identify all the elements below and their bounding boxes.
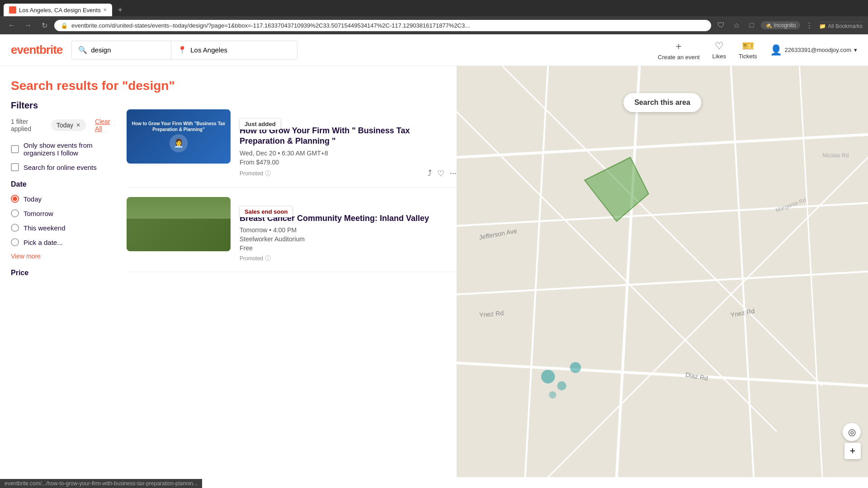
user-menu[interactable]: 👤 22633391@moodjoy.com ▾	[770, 44, 857, 56]
results-title-prefix: Search results for	[11, 79, 122, 93]
menu-icon[interactable]: ⋮	[803, 19, 816, 32]
tickets-label: Tickets	[739, 53, 757, 60]
date-this-weekend[interactable]: This weekend	[11, 224, 116, 232]
forward-button[interactable]: →	[22, 19, 34, 32]
location-crosshair-icon: ◎	[848, 427, 856, 437]
tab-bar: Los Angeles, CA design Events × +	[0, 0, 868, 16]
online-events-label: Search for online events	[24, 164, 97, 171]
events-list: How to Grow Your Firm With "Business Tax…	[127, 100, 457, 283]
event-1-price: From $479.00	[240, 159, 457, 166]
browser-chrome: Los Angeles, CA design Events × + ← → ↻ …	[0, 0, 868, 34]
today-label: Today	[24, 195, 42, 203]
svg-point-15	[570, 362, 581, 373]
header-actions: ＋ Create an event ♡ Likes 🎫 Tickets 👤 22…	[658, 39, 857, 61]
status-bar: eventbrite.com/.../how-to-grow-your-firm…	[0, 479, 202, 488]
user-icon: 👤	[770, 44, 782, 56]
share-button-1[interactable]: ⤴	[428, 169, 432, 178]
close-tab-button[interactable]: ×	[104, 7, 107, 13]
tomorrow-radio[interactable]	[11, 209, 19, 217]
create-event-label: Create an event	[658, 54, 700, 61]
active-tab[interactable]: Los Angeles, CA design Events ×	[4, 4, 112, 16]
dropdown-icon: ▾	[854, 47, 857, 53]
like-button-1[interactable]: ♡	[437, 169, 444, 178]
this-weekend-radio[interactable]	[11, 224, 19, 232]
refresh-button[interactable]: ↻	[38, 19, 51, 32]
event-1-promoted: Promoted ⓘ	[240, 169, 271, 178]
svg-point-16	[549, 391, 556, 399]
today-radio[interactable]	[11, 195, 19, 203]
location-input-container: 📍	[171, 41, 297, 59]
new-tab-button[interactable]: +	[114, 4, 127, 16]
search-input[interactable]	[91, 46, 165, 54]
active-filter-tag[interactable]: Today ✕	[51, 119, 86, 131]
tickets-button[interactable]: 🎫 Tickets	[739, 40, 757, 60]
info-icon: ⓘ	[265, 169, 271, 178]
location-icon: 📍	[178, 46, 187, 54]
zoom-in-button[interactable]: +	[844, 443, 861, 459]
event-2-promoted: Promoted ⓘ	[240, 254, 271, 263]
promoted-label: Promoted	[240, 170, 263, 177]
tab-title: Los Angeles, CA design Events	[19, 7, 101, 14]
main-content: Search results for "design" Filters 1 fi…	[0, 66, 868, 477]
map-container: Jefferson Ave Ynez Rd Ynez Rd Diaz Rd Ma…	[457, 66, 868, 477]
svg-text:Nicolas Rd: Nicolas Rd	[822, 152, 849, 159]
date-pick[interactable]: Pick a date...	[11, 238, 116, 246]
event-card-1: How to Grow Your Firm With "Business Tax…	[127, 100, 457, 188]
clear-all-button[interactable]: Clear All	[95, 118, 116, 132]
incognito-label: Incognito	[774, 22, 796, 28]
view-more-link[interactable]: View more	[11, 253, 116, 260]
event-2-info: Sales end soon Breast Cancer Community M…	[240, 197, 457, 263]
event-1-badge: Just added	[240, 118, 281, 130]
event-2-image	[127, 197, 231, 251]
event-1-info: Just added How to Grow Your Firm With " …	[240, 109, 457, 178]
plus-icon: ＋	[674, 39, 684, 53]
back-button[interactable]: ←	[5, 19, 18, 32]
content-area: Filters 1 filter applied Today ✕ Clear A…	[0, 100, 457, 283]
create-event-button[interactable]: ＋ Create an event	[658, 39, 700, 61]
online-events-checkbox[interactable]	[11, 163, 19, 171]
site-header: eventbrite 🔍 📍 ＋ Create an event ♡ Likes…	[0, 34, 868, 66]
more-button-1[interactable]: ···	[450, 169, 457, 178]
filter-count: 1 filter applied	[11, 118, 46, 132]
likes-button[interactable]: ♡ Likes	[712, 40, 726, 60]
logo[interactable]: eventbrite	[11, 43, 62, 57]
heart-icon: ♡	[715, 40, 724, 52]
results-title: Search results for "design"	[11, 79, 446, 93]
svg-point-13	[541, 370, 555, 383]
profile-icon[interactable]: □	[745, 19, 758, 32]
filter-tags: 1 filter applied Today ✕ Clear All	[11, 118, 116, 132]
location-input[interactable]	[190, 46, 291, 54]
online-events-filter[interactable]: Search for online events	[11, 163, 116, 171]
bookmarks-label: All Bookmarks	[828, 23, 863, 29]
tomorrow-label: Tomorrow	[24, 210, 53, 217]
organizers-filter[interactable]: Only show events from organizers I follo…	[11, 141, 116, 157]
left-panel: Search results for "design" Filters 1 fi…	[0, 66, 457, 477]
search-icon: 🔍	[78, 46, 87, 54]
search-area-button[interactable]: Search this area	[623, 93, 701, 112]
organizers-checkbox[interactable]	[11, 145, 19, 153]
ticket-icon: 🎫	[742, 40, 754, 52]
user-email: 22633391@moodjoy.com	[785, 47, 851, 53]
location-button[interactable]: ◎	[843, 423, 861, 441]
date-today[interactable]: Today	[11, 195, 116, 203]
date-title: Date	[11, 180, 116, 188]
date-section: Date Today Tomorrow This weekend	[11, 180, 116, 260]
star-icon[interactable]: ☆	[730, 19, 743, 32]
pick-date-radio[interactable]	[11, 238, 19, 246]
remove-filter-button[interactable]: ✕	[76, 122, 80, 128]
nav-bar: ← → ↻ 🔒 eventbrite.com/d/united-states/e…	[0, 16, 868, 34]
incognito-badge: 🕵 Incognito	[761, 21, 801, 29]
info-icon-2: ⓘ	[265, 254, 271, 263]
date-tomorrow[interactable]: Tomorrow	[11, 209, 116, 217]
price-title: Price	[11, 269, 116, 277]
nav-icons: 🛡 ☆ □ 🕵 Incognito ⋮	[715, 19, 816, 32]
promoted-label-2: Promoted	[240, 255, 263, 262]
price-section: Price	[11, 269, 116, 277]
results-header: Search results for "design"	[0, 66, 457, 100]
event-2-badge: Sales end soon	[240, 206, 292, 217]
pick-date-label: Pick a date...	[24, 239, 63, 246]
address-bar[interactable]: 🔒 eventbrite.com/d/united-states/events-…	[54, 20, 711, 31]
page: eventbrite 🔍 📍 ＋ Create an event ♡ Likes…	[0, 34, 868, 477]
shield-icon: 🛡	[715, 19, 727, 32]
event-2-venue: Steelworker Auditorium	[240, 235, 457, 243]
